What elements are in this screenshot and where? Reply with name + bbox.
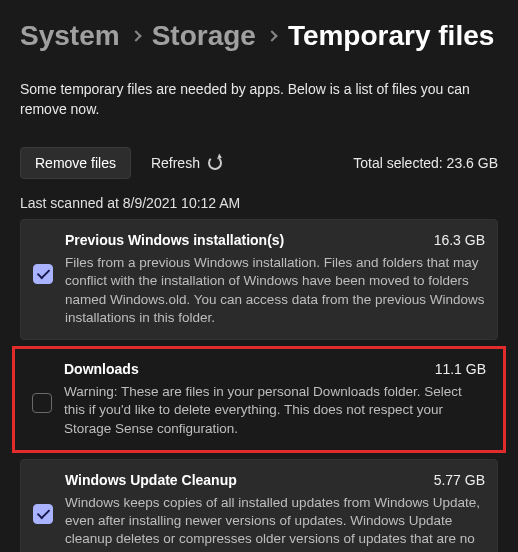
checkbox[interactable] (32, 393, 52, 413)
intro-text: Some temporary files are needed by apps.… (20, 80, 498, 119)
item-title: Downloads (64, 361, 139, 377)
item-body: Downloads11.1 GBWarning: These are files… (64, 361, 486, 438)
item-head: Downloads11.1 GB (64, 361, 486, 377)
item-size: 11.1 GB (435, 361, 486, 377)
last-scanned: Last scanned at 8/9/2021 10:12 AM (20, 195, 498, 211)
list-item: Previous Windows installation(s)16.3 GBF… (20, 219, 498, 340)
actions-left: Remove files Refresh (20, 147, 226, 179)
refresh-button[interactable]: Refresh (147, 149, 226, 177)
total-selected: Total selected: 23.6 GB (353, 155, 498, 171)
items-list: Previous Windows installation(s)16.3 GBF… (20, 219, 498, 552)
item-body: Previous Windows installation(s)16.3 GBF… (65, 232, 485, 327)
item-description: Warning: These are files in your persona… (64, 383, 486, 438)
item-body: Windows Update Cleanup5.77 GBWindows kee… (65, 472, 485, 552)
temporary-files-page: System Storage Temporary files Some temp… (0, 0, 518, 552)
refresh-icon (208, 156, 222, 170)
checkbox[interactable] (33, 264, 53, 284)
item-head: Previous Windows installation(s)16.3 GB (65, 232, 485, 248)
item-size: 5.77 GB (434, 472, 485, 488)
breadcrumb-system[interactable]: System (20, 20, 120, 52)
breadcrumb-storage[interactable]: Storage (152, 20, 256, 52)
page-title: Temporary files (288, 20, 494, 52)
actions-row: Remove files Refresh Total selected: 23.… (20, 147, 498, 179)
checkbox[interactable] (33, 504, 53, 524)
item-size: 16.3 GB (434, 232, 485, 248)
item-title: Previous Windows installation(s) (65, 232, 284, 248)
item-title: Windows Update Cleanup (65, 472, 237, 488)
item-description: Files from a previous Windows installati… (65, 254, 485, 327)
item-description: Windows keeps copies of all installed up… (65, 494, 485, 552)
chevron-right-icon (266, 30, 277, 41)
chevron-right-icon (130, 30, 141, 41)
list-item: Windows Update Cleanup5.77 GBWindows kee… (20, 459, 498, 552)
item-head: Windows Update Cleanup5.77 GB (65, 472, 485, 488)
breadcrumb: System Storage Temporary files (20, 20, 498, 52)
remove-files-button[interactable]: Remove files (20, 147, 131, 179)
list-item: Downloads11.1 GBWarning: These are files… (12, 346, 506, 453)
refresh-label: Refresh (151, 155, 200, 171)
